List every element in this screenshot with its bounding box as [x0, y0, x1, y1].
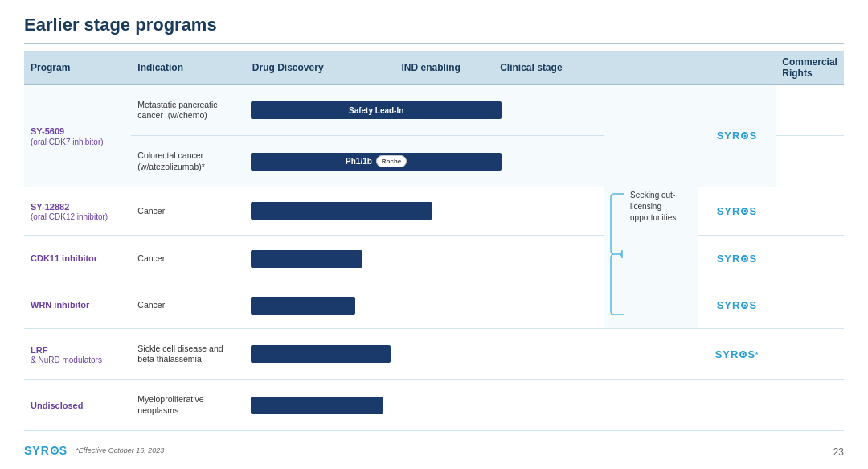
program-name-sy5609: SY-5609 — [31, 125, 125, 137]
program-lrf: LRF & NuRD modulators — [24, 329, 131, 380]
footer-note: *Effective October 16, 2023 — [76, 446, 164, 455]
syros-logo-sy5609: SYRS — [717, 130, 757, 142]
seeking-line1: Seeking out- — [630, 191, 675, 200]
top-divider — [24, 43, 844, 44]
program-sy5609: SY-5609 (oral CDK7 inhibitor) — [24, 85, 131, 187]
program-undisclosed: Undisclosed — [24, 380, 131, 431]
commercial-cdk11: SYRS — [698, 236, 776, 282]
seeking-line2: licensing — [630, 202, 661, 211]
syros-logo-lrf: SYRS* — [715, 348, 760, 360]
indication-undisclosed: Myeloproliferative neoplasms — [131, 380, 246, 431]
table-row: WRN inhibitor Cancer SYRS — [24, 282, 844, 329]
col-header-commercial: Commercial Rights — [776, 51, 844, 85]
indication-sy5609-1: Metastatic pancreatic cancer (w/chemo) — [131, 85, 246, 136]
bar-cdk11 — [246, 236, 604, 282]
program-sub-sy5609: (oral CDK7 inhibitor) — [31, 138, 125, 146]
bar-wrn — [246, 282, 604, 329]
seeking-licensing-cell: Seeking out- licensing opportunities — [604, 85, 698, 329]
indication-sy5609-2: Colorectal cancer (w/atezolizumab)* — [131, 136, 246, 187]
indication-lrf: Sickle cell disease and beta thalassemia — [131, 329, 246, 380]
syros-logo-wrn: SYRS — [717, 299, 757, 311]
bar-ph1: Ph1/1b Roche — [246, 136, 604, 187]
col-header-indication: Indication — [131, 51, 246, 85]
page-title: Earlier stage programs — [24, 14, 844, 35]
col-header-drug-discovery: Drug Discovery — [246, 51, 395, 85]
table-row: SY-5609 (oral CDK7 inhibitor) Metastatic… — [24, 85, 844, 136]
bar-sy12882 — [246, 187, 604, 235]
footer: SYRS *Effective October 16, 2023 — [24, 438, 844, 458]
footer-logo: SYRS — [24, 443, 68, 458]
bar-label-ph1: Ph1/1b — [346, 157, 372, 166]
seeking-empty-undisclosed — [604, 380, 698, 431]
col-header-program: Program — [24, 51, 131, 85]
table-header-row: Program Indication Drug Discovery IND en… — [24, 51, 844, 85]
syros-logo-cdk11: SYRS — [717, 253, 757, 265]
syros-logo-sy12882: SYRS — [717, 205, 757, 217]
table-row: Undisclosed Myeloproliferative neoplasms — [24, 380, 844, 431]
table-row: SY-12882 (oral CDK12 inhibitor) Cancer S… — [24, 187, 844, 235]
program-cdk11: CDK11 inhibitor — [24, 236, 131, 282]
commercial-sy5609: SYRS — [698, 85, 776, 187]
bar-safety-lead-in: Safety Lead-In — [246, 85, 604, 136]
table-row: CDK11 inhibitor Cancer SYRS — [24, 236, 844, 282]
program-wrn: WRN inhibitor — [24, 282, 131, 329]
page-number: 23 — [833, 446, 844, 458]
table-row: LRF & NuRD modulators Sickle cell diseas… — [24, 329, 844, 380]
col-header-blank — [604, 51, 776, 85]
col-header-clinical-stage: Clinical stage — [493, 51, 604, 85]
bar-label-safety: Safety Lead-In — [349, 106, 403, 115]
bar-undisclosed — [246, 380, 604, 431]
commercial-undisclosed — [698, 380, 776, 431]
seeking-line3: opportunities — [630, 213, 676, 222]
page: Earlier stage programs Program Indicatio… — [0, 0, 868, 469]
commercial-lrf: SYRS* — [698, 329, 776, 380]
indication-cdk11: Cancer — [131, 236, 246, 282]
col-header-ind-enabling: IND enabling — [395, 51, 494, 85]
seeking-empty-lrf — [604, 329, 698, 380]
roche-badge: Roche — [376, 155, 407, 167]
commercial-sy12882: SYRS — [698, 187, 776, 235]
commercial-wrn: SYRS — [698, 282, 776, 329]
programs-table: Program Indication Drug Discovery IND en… — [24, 51, 844, 431]
program-sy12882: SY-12882 (oral CDK12 inhibitor) — [24, 187, 131, 235]
indication-sy12882: Cancer — [131, 187, 246, 235]
indication-wrn: Cancer — [131, 282, 246, 329]
brace-svg — [609, 190, 627, 319]
bar-lrf — [246, 329, 604, 380]
